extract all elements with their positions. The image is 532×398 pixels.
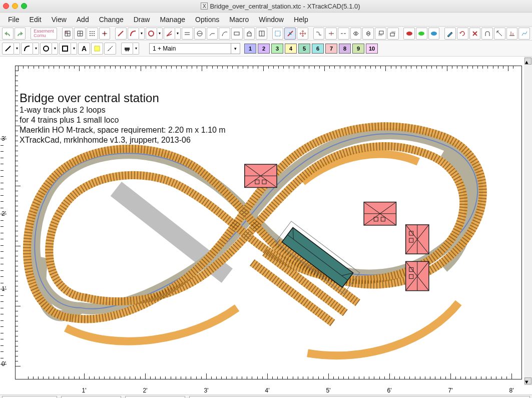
turntable-button[interactable] [194,28,206,40]
svg-point-18 [94,33,95,34]
status-message: Use Shift+PageUp to jump to preset Zoom … [189,396,530,399]
svg-point-21 [94,35,95,36]
layer-button-1[interactable]: 1 [244,44,256,54]
layer-button-7[interactable]: 7 [325,44,337,54]
note-button[interactable] [91,43,103,55]
curve-draw-button[interactable] [21,43,33,55]
menu-window[interactable]: Window [254,14,289,26]
redo-button[interactable] [15,28,26,40]
line-button[interactable] [2,43,14,55]
layer-button-8[interactable]: 8 [339,44,351,54]
poly-dropdown[interactable]: ▾ [71,43,77,55]
circle-track-dropdown[interactable]: ▾ [157,28,163,40]
menu-add[interactable]: Add [72,14,94,26]
curved-track-button[interactable] [128,28,139,40]
tunnel-button[interactable] [481,28,493,40]
scroll-up-icon[interactable]: ▴ [524,58,531,65]
structure-button[interactable] [244,28,255,40]
menu-file[interactable]: File [3,14,25,26]
handlaid-button[interactable] [207,28,218,40]
svg-point-45 [418,32,424,36]
ruler-x-label: 3' [204,387,209,394]
layer-select-input[interactable] [150,44,231,54]
curved-track-dropdown[interactable]: ▾ [139,28,145,40]
layer-button-9[interactable]: 9 [352,44,364,54]
menu-help[interactable]: Help [289,14,313,26]
turnout-dropdown[interactable]: ▾ [175,28,181,40]
train-button[interactable] [121,43,133,55]
vertical-scrollbar[interactable]: ▴ ▾ [524,57,532,385]
color-train1-button[interactable] [403,28,415,40]
menu-edit[interactable]: Edit [25,14,47,26]
canvas-area[interactable]: ▴ ▾ [0,57,532,394]
flip-v-button[interactable] [362,28,374,40]
below-button[interactable] [387,28,399,40]
menu-view[interactable]: View [47,14,72,26]
layer-button-2[interactable]: 2 [258,44,270,54]
svg-point-6 [65,31,67,33]
rotate-button[interactable] [457,28,468,40]
menu-change[interactable]: Change [94,14,129,26]
drawing-paper[interactable]: Bridge over central station 1-way track … [15,66,522,379]
maximize-icon[interactable] [21,3,27,9]
turnout-button[interactable] [164,28,175,40]
layer-button-3[interactable]: 3 [271,44,283,54]
circle-track-button[interactable] [146,28,157,40]
cornu-button[interactable] [219,28,230,40]
flip-h-button[interactable] [350,28,362,40]
move-button[interactable] [297,28,308,40]
svg-point-54 [44,46,49,51]
layer-button-5[interactable]: 5 [298,44,310,54]
delete-button[interactable] [469,28,481,40]
ruler-button[interactable] [104,43,116,55]
color-train2-button[interactable] [416,28,427,40]
app-icon: X [201,3,208,10]
helix-button[interactable] [231,28,243,40]
menu-manage[interactable]: Manage [155,14,190,26]
svg-point-13 [90,31,91,32]
layer-button-6[interactable]: 6 [312,44,324,54]
straight-track-button[interactable] [115,28,127,40]
profile-button[interactable] [518,28,530,40]
scale-button[interactable] [494,28,505,40]
circle-draw-dropdown[interactable]: ▾ [52,43,58,55]
grid-toggle-button[interactable] [74,28,86,40]
snap-grid-button[interactable] [62,28,74,40]
select-button[interactable] [272,28,284,40]
building-3 [406,225,429,254]
snap-enable-button[interactable] [99,28,111,40]
easement-button[interactable]: EasementCornu [31,28,57,40]
menu-draw[interactable]: Draw [129,14,155,26]
ruler-x-label: 4' [265,387,270,394]
elevation-button[interactable] [506,28,518,40]
layout-line1: 1-way track plus 2 loops [20,105,226,115]
above-button[interactable] [375,28,386,40]
connect-button[interactable] [338,28,349,40]
modify-button[interactable] [284,28,296,40]
layer-button-10[interactable]: 10 [366,44,378,54]
layer-button-4[interactable]: 4 [285,44,297,54]
svg-point-62 [128,50,129,51]
describe-button[interactable] [444,28,456,40]
circle-draw-button[interactable] [40,43,52,55]
layer-select[interactable]: ▾ [149,43,240,54]
menu-macro[interactable]: Macro [224,14,254,26]
split-button[interactable] [325,28,337,40]
text-button[interactable]: A [78,43,90,55]
minimize-icon[interactable] [12,3,18,9]
poly-button[interactable] [59,43,71,55]
scroll-down-icon[interactable]: ▾ [524,377,531,384]
grid-dots-button[interactable] [87,28,98,40]
ruler-x-label: 6' [387,387,392,394]
caret-down-icon[interactable]: ▾ [231,44,240,54]
menu-options[interactable]: Options [190,14,224,26]
parallel-button[interactable] [182,28,193,40]
undo-button[interactable] [2,28,14,40]
line-dropdown[interactable]: ▾ [14,43,20,55]
color-train3-button[interactable] [428,28,440,40]
close-icon[interactable] [3,3,9,9]
join-button[interactable] [313,28,325,40]
curve-draw-dropdown[interactable]: ▾ [33,43,39,55]
train-dropdown[interactable]: ▾ [133,43,139,55]
block-button[interactable] [256,28,267,40]
